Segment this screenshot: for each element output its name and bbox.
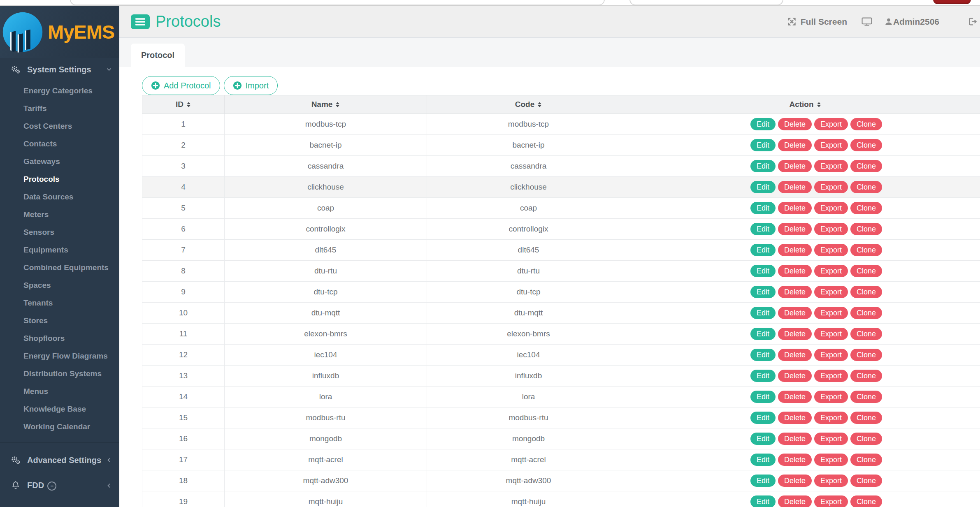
clone-button[interactable]: Clone: [850, 412, 882, 424]
sidebar-item-meters[interactable]: Meters: [0, 206, 119, 223]
edit-button[interactable]: Edit: [750, 265, 776, 277]
sidebar-section-system-settings[interactable]: System Settings: [0, 61, 119, 78]
recording-indicator[interactable]: [933, 0, 971, 4]
sidebar-item-energy-flow-diagrams[interactable]: Energy Flow Diagrams: [0, 347, 119, 365]
delete-button[interactable]: Delete: [778, 454, 812, 466]
export-button[interactable]: Export: [814, 202, 848, 214]
edit-button[interactable]: Edit: [750, 433, 776, 445]
export-button[interactable]: Export: [814, 495, 848, 507]
clone-button[interactable]: Clone: [850, 370, 882, 382]
sidebar-item-distribution-systems[interactable]: Distribution Systems: [0, 365, 119, 382]
delete-button[interactable]: Delete: [778, 307, 812, 319]
export-button[interactable]: Export: [814, 349, 848, 361]
clone-button[interactable]: Clone: [850, 328, 882, 340]
sidebar-item-stores[interactable]: Stores: [0, 312, 119, 329]
edit-button[interactable]: Edit: [750, 244, 776, 256]
fullscreen-button[interactable]: Full Screen: [787, 17, 847, 27]
export-button[interactable]: Export: [814, 139, 848, 151]
edit-button[interactable]: Edit: [750, 139, 776, 151]
sidebar-section-advanced-settings[interactable]: Advanced Settings: [0, 452, 119, 468]
edit-button[interactable]: Edit: [750, 118, 776, 130]
clone-button[interactable]: Clone: [850, 265, 882, 277]
clone-button[interactable]: Clone: [850, 286, 882, 298]
clone-button[interactable]: Clone: [850, 244, 882, 256]
clone-button[interactable]: Clone: [850, 118, 882, 130]
clone-button[interactable]: Clone: [850, 223, 882, 235]
edit-button[interactable]: Edit: [750, 160, 776, 172]
export-button[interactable]: Export: [814, 160, 848, 172]
edit-button[interactable]: Edit: [750, 475, 776, 487]
export-button[interactable]: Export: [814, 433, 848, 445]
clone-button[interactable]: Clone: [850, 202, 882, 214]
delete-button[interactable]: Delete: [778, 286, 812, 298]
delete-button[interactable]: Delete: [778, 202, 812, 214]
delete-button[interactable]: Delete: [778, 412, 812, 424]
export-button[interactable]: Export: [814, 307, 848, 319]
edit-button[interactable]: Edit: [750, 412, 776, 424]
delete-button[interactable]: Delete: [778, 265, 812, 277]
delete-button[interactable]: Delete: [778, 223, 812, 235]
edit-button[interactable]: Edit: [750, 370, 776, 382]
add-protocol-button[interactable]: Add Protocol: [142, 76, 220, 95]
sidebar-item-equipments[interactable]: Equipments: [0, 241, 119, 259]
delete-button[interactable]: Delete: [778, 370, 812, 382]
logo[interactable]: MyEMS: [0, 6, 119, 58]
user-menu[interactable]: Admin2506: [884, 17, 939, 27]
export-button[interactable]: Export: [814, 328, 848, 340]
delete-button[interactable]: Delete: [778, 328, 812, 340]
sidebar-item-knowledge-base[interactable]: Knowledge Base: [0, 400, 119, 418]
sidebar-item-energy-categories[interactable]: Energy Categories: [0, 82, 119, 100]
delete-button[interactable]: Delete: [778, 160, 812, 172]
clone-button[interactable]: Clone: [850, 433, 882, 445]
export-button[interactable]: Export: [814, 265, 848, 277]
edit-button[interactable]: Edit: [750, 202, 776, 214]
clone-button[interactable]: Clone: [850, 391, 882, 403]
sidebar-item-cost-centers[interactable]: Cost Centers: [0, 117, 119, 135]
clone-button[interactable]: Clone: [850, 160, 882, 172]
delete-button[interactable]: Delete: [778, 495, 812, 507]
sidebar-item-gateways[interactable]: Gateways: [0, 153, 119, 170]
edit-button[interactable]: Edit: [750, 181, 776, 193]
column-header-name[interactable]: Name: [225, 95, 427, 114]
delete-button[interactable]: Delete: [778, 139, 812, 151]
delete-button[interactable]: Delete: [778, 433, 812, 445]
export-button[interactable]: Export: [814, 286, 848, 298]
sidebar-item-menus[interactable]: Menus: [0, 382, 119, 400]
sidebar-item-working-calendar[interactable]: Working Calendar: [0, 418, 119, 435]
clone-button[interactable]: Clone: [850, 307, 882, 319]
tab-protocol[interactable]: Protocol: [131, 44, 185, 67]
clone-button[interactable]: Clone: [850, 454, 882, 466]
sidebar-item-tariffs[interactable]: Tariffs: [0, 100, 119, 117]
export-button[interactable]: Export: [814, 454, 848, 466]
clone-button[interactable]: Clone: [850, 349, 882, 361]
delete-button[interactable]: Delete: [778, 391, 812, 403]
sidebar-item-spaces[interactable]: Spaces: [0, 276, 119, 294]
export-button[interactable]: Export: [814, 412, 848, 424]
export-button[interactable]: Export: [814, 181, 848, 193]
monitor-button[interactable]: [861, 16, 873, 27]
sidebar-section-users-privileges[interactable]: Users & Privileges: [0, 503, 119, 507]
sidebar-item-data-sources[interactable]: Data Sources: [0, 188, 119, 206]
edit-button[interactable]: Edit: [750, 391, 776, 403]
delete-button[interactable]: Delete: [778, 244, 812, 256]
edit-button[interactable]: Edit: [750, 349, 776, 361]
sidebar-item-contacts[interactable]: Contacts: [0, 135, 119, 153]
sidebar-item-tenants[interactable]: Tenants: [0, 294, 119, 312]
edit-button[interactable]: Edit: [750, 286, 776, 298]
edit-button[interactable]: Edit: [750, 454, 776, 466]
edit-button[interactable]: Edit: [750, 307, 776, 319]
clone-button[interactable]: Clone: [850, 475, 882, 487]
export-button[interactable]: Export: [814, 223, 848, 235]
clone-button[interactable]: Clone: [850, 181, 882, 193]
sidebar-item-combined-equipments[interactable]: Combined Equipments: [0, 259, 119, 276]
clone-button[interactable]: Clone: [850, 495, 882, 507]
import-button[interactable]: Import: [224, 76, 278, 95]
export-button[interactable]: Export: [814, 475, 848, 487]
column-header-code[interactable]: Code: [427, 95, 630, 114]
export-button[interactable]: Export: [814, 244, 848, 256]
signout-button[interactable]: [967, 16, 978, 27]
delete-button[interactable]: Delete: [778, 475, 812, 487]
export-button[interactable]: Export: [814, 391, 848, 403]
export-button[interactable]: Export: [814, 118, 848, 130]
sidebar-item-sensors[interactable]: Sensors: [0, 223, 119, 241]
